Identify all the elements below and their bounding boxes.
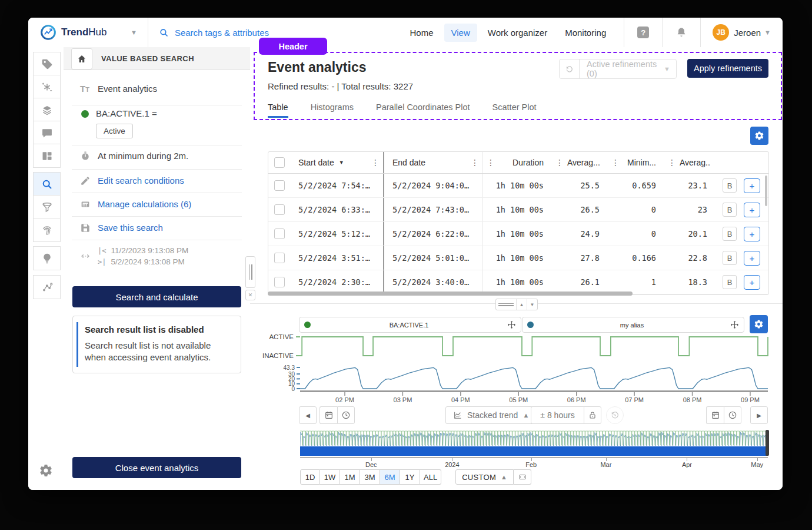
add-row-button[interactable]: + [744,275,760,290]
row-checkbox[interactable] [268,253,290,263]
custom-range-button[interactable]: CUSTOM▲ [455,469,514,485]
checkbox-icon[interactable] [274,180,285,191]
add-row-button[interactable]: + [744,227,760,241]
rail-item-calculations[interactable] [33,75,61,99]
collapse-up-button[interactable]: ▲ [516,299,527,310]
legend-chip-my-alias[interactable]: my alias [522,317,744,333]
checkbox-icon[interactable] [274,253,285,263]
table-row[interactable]: 5/2/2024 6:33:…5/2/2024 7:43:0…1h 10m 00… [268,198,768,222]
tab-table[interactable]: Table [268,102,288,118]
user-menu-chevron-down-icon[interactable]: ▼ [764,29,771,36]
move-icon[interactable] [507,320,516,329]
column-menu-icon[interactable]: ⋮ [664,158,680,167]
pan-left-button[interactable]: ◀ [299,406,317,424]
panel-splitter[interactable]: ✕ [245,256,255,300]
pan-right-button[interactable]: ▶ [750,406,768,424]
lock-button[interactable] [584,406,601,424]
trend-mode-dropdown[interactable]: Stacked trend ▲ [445,406,537,424]
column-header-2[interactable]: End date⋮ [384,152,483,173]
apply-refinements-button[interactable]: Apply refinements [687,59,768,78]
column-header-1[interactable]: Start date▼⋮ [290,152,384,173]
stacked-trend-chart[interactable]: ACTIVEINACTIVE43.3302010002 PM03 PM04 PM… [259,332,771,406]
column-header-4[interactable]: ⋮Averag... [552,152,608,173]
column-header-6[interactable]: ⋮Averag.. [664,152,716,173]
settings-gear-icon[interactable] [39,463,53,478]
active-refinements-dropdown[interactable]: Active refinements (0) ▼ [559,59,677,79]
rail-item-tags[interactable] [33,52,61,76]
selected-range-bar[interactable] [300,446,768,456]
zoom-all-button[interactable]: ALL [420,469,441,485]
rail-item-comments[interactable] [33,121,61,145]
time-window-button[interactable]: ± 8 hours [531,406,584,424]
range-handle[interactable] [766,430,769,456]
close-event-analytics-button[interactable]: Close event analytics [72,457,241,478]
zoom-1y-button[interactable]: 1Y [400,469,420,485]
add-row-button[interactable]: + [744,203,760,217]
row-checkbox[interactable] [268,204,290,215]
manage-calculations-link[interactable]: Manage calculations (6) [64,199,250,211]
table-settings-button[interactable] [750,127,768,145]
clock-button[interactable] [724,406,741,424]
calendar-button[interactable] [320,406,337,424]
legend-chip-ba-active[interactable]: BA:ACTIVE.1 [299,317,521,333]
column-menu-icon[interactable]: ⋮ [608,158,623,167]
table-row[interactable]: 5/2/2024 7:54:…5/2/2024 9:04:0…1h 10m 00… [268,174,768,198]
global-search[interactable]: Search tags & attributes [148,28,269,38]
tab-parallel-coordinates-plot[interactable]: Parallel Coordinates Plot [376,102,470,118]
checkbox-icon[interactable] [274,204,285,215]
checkbox-icon[interactable] [274,157,285,168]
badge-b-button[interactable]: B [723,275,737,289]
rail-item-layers[interactable] [33,98,61,122]
tab-histograms[interactable]: Histograms [311,102,354,118]
tab-scatter-plot[interactable]: Scatter Plot [492,102,537,118]
table-horizontal-scrollbar[interactable] [268,292,768,296]
column-menu-icon[interactable]: ⋮ [467,158,482,167]
table-row[interactable]: 5/2/2024 2:30:…5/2/2024 3:40:0…1h 10m 00… [268,270,768,294]
home-button[interactable] [71,48,92,69]
sort-desc-icon[interactable]: ▼ [339,160,344,165]
overview-strip[interactable] [300,430,768,456]
rail-item-search[interactable] [33,172,61,196]
column-menu-icon[interactable]: ⋮ [552,158,567,167]
brand-chevron-down-icon[interactable]: ▼ [131,29,137,36]
column-menu-icon[interactable]: ⋮ [483,158,498,167]
table-vertical-scrollbar[interactable] [765,175,767,206]
calendar-button[interactable] [706,406,724,424]
zoom-1w-button[interactable]: 1W [320,469,340,485]
row-checkbox[interactable] [268,277,290,287]
save-search-link[interactable]: Save this search [64,223,250,234]
search-and-calculate-button[interactable]: Search and calculate [72,286,241,307]
notifications-bell-icon[interactable] [675,26,687,38]
column-menu-icon[interactable]: ⋮ [368,158,383,167]
table-row[interactable]: 5/2/2024 5:12:…5/2/2024 6:22:0…1h 10m 00… [268,222,768,246]
zoom-3m-button[interactable]: 3M [360,469,380,485]
help-icon[interactable]: ? [637,26,649,38]
row-checkbox[interactable] [268,180,290,191]
zoom-1d-button[interactable]: 1D [300,469,320,485]
scrollbar-thumb[interactable] [268,292,633,296]
splitter-grip-icon[interactable] [245,256,255,288]
expand-range-icon[interactable] [514,469,531,485]
zoom-6m-button[interactable]: 6M [380,469,400,485]
nav-item-home[interactable]: Home [402,24,440,42]
clock-button[interactable] [337,406,355,424]
column-header-3[interactable]: ⋮Duration [483,152,552,173]
pane-splitter[interactable]: ▲ ▼ [495,299,538,310]
checkbox-icon[interactable] [274,277,285,287]
brand[interactable]: TrendHub [28,24,128,41]
collapse-panel-button[interactable]: ✕ [245,290,255,300]
add-row-button[interactable]: + [744,251,760,266]
chart-settings-button[interactable] [750,315,768,333]
history-button[interactable] [606,406,624,424]
rail-item-relations[interactable] [33,275,61,299]
user-avatar[interactable]: JB [713,24,729,41]
nav-item-monitoring[interactable]: Monitoring [558,24,613,42]
nav-item-work-organizer[interactable]: Work organizer [481,24,554,42]
splitter-grip-icon[interactable] [496,299,516,310]
badge-b-button[interactable]: B [723,251,737,265]
rail-item-filter[interactable] [33,195,61,219]
rail-item-fingerprint[interactable] [33,218,61,242]
table-row[interactable]: 5/2/2024 3:51:…5/2/2024 5:01:0…1h 10m 00… [268,246,768,270]
badge-b-button[interactable]: B [723,203,737,217]
select-all-checkbox[interactable] [268,157,290,168]
